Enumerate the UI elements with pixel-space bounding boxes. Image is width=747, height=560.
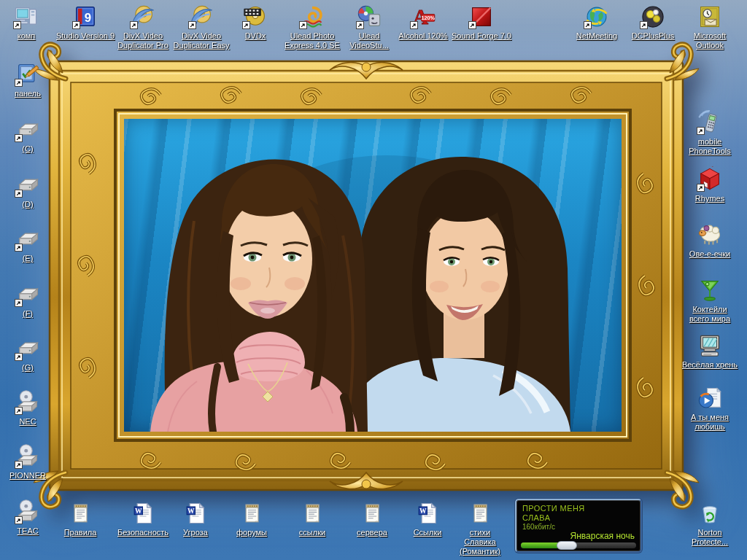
desktop-icon-microsoft-outlook[interactable]: Microsoft Outlook xyxy=(679,4,740,50)
shortcut-arrow-icon xyxy=(15,407,23,415)
player-doc-icon xyxy=(697,385,723,411)
desktop-icon-nec[interactable]: NEC xyxy=(2,389,53,427)
desktop-icon-rhymes[interactable]: Rhymes xyxy=(684,166,735,203)
shortcut-arrow-icon xyxy=(15,516,23,524)
recycle-bin-icon xyxy=(697,500,723,526)
desktop-icon-servera[interactable]: сервера xyxy=(344,500,400,537)
shortcut-arrow-icon xyxy=(697,127,705,135)
icon-label: mobile PhoneTools xyxy=(685,137,735,156)
sheep-icon xyxy=(697,222,723,248)
desktop: ПРОСТИ МЕНЯ СЛАВА 160кбит/с Январская но… xyxy=(0,0,747,560)
icon-label: Ссылки xyxy=(414,528,442,537)
shortcut-arrow-icon xyxy=(15,353,23,361)
desktop-icon-norton-protected[interactable]: Norton Protecte... xyxy=(684,500,736,547)
cd-drive-icon xyxy=(15,389,41,416)
ulead-video-icon xyxy=(356,4,382,30)
desktop-icon-divx-video-duplicator-pro[interactable]: DivX Video Duplicator Pro xyxy=(111,4,175,50)
desktop-icon-dvdx[interactable]: DVDx xyxy=(225,4,286,41)
word-doc-icon: W xyxy=(182,500,209,526)
desktop-icon-mobile-phonetools[interactable]: mobile PhoneTools xyxy=(685,109,735,156)
desktop-icon-pionner[interactable]: PIONNER xyxy=(0,443,55,481)
outlook-icon xyxy=(697,4,723,30)
desktop-icon-drive-g[interactable]: (G) xyxy=(2,335,53,373)
hard-drive-icon xyxy=(15,172,41,198)
desktop-icon-studio-version-9[interactable]: 9Studio Version 9 xyxy=(55,4,116,41)
desktop-icon-drive-d[interactable]: (D) xyxy=(2,172,53,209)
player-progress-slider[interactable] xyxy=(521,542,636,548)
svg-text:9: 9 xyxy=(85,11,91,25)
desktop-icon-sound-forge-7[interactable]: Sound Forge 7.0 xyxy=(449,4,514,41)
svg-text:W: W xyxy=(187,507,195,515)
icon-label: Безопасность xyxy=(117,528,169,537)
desktop-icon-do-you-love-me[interactable]: А ты меня любишь xyxy=(686,385,733,432)
hard-drive-icon xyxy=(15,335,41,362)
desktop-icon-fun-stuff[interactable]: Весёлая хрень xyxy=(677,332,743,370)
desktop-icon-sheep[interactable]: Ове-е-ечки xyxy=(680,222,740,259)
shortcut-arrow-icon xyxy=(15,190,23,198)
icon-label: (F) xyxy=(23,309,33,319)
shortcut-arrow-icon xyxy=(584,21,592,29)
icon-label: Правила xyxy=(64,528,97,537)
icon-label: Угроза xyxy=(183,528,208,537)
desktop-icon-cocktails[interactable]: Коктейли всего мира xyxy=(686,277,733,324)
red-cube-icon xyxy=(697,166,723,192)
icon-label: (D) xyxy=(22,200,33,209)
icon-label: DVDx xyxy=(245,31,266,41)
icon-label: Ulead Photo Express 4.0 SE xyxy=(278,31,347,50)
monitor-doodle-icon xyxy=(697,332,723,359)
wallpaper-photo-two-girls xyxy=(124,119,622,432)
soundforge-icon xyxy=(468,4,495,30)
icon-label: комп xyxy=(18,31,36,41)
desktop-icon-stihi-slavika[interactable]: стихи Славика (Романтик) xyxy=(457,500,503,556)
icon-label: Коктейли всего мира xyxy=(686,305,733,324)
cd-drive-icon xyxy=(15,499,41,525)
shortcut-arrow-icon xyxy=(299,21,307,29)
icon-label: (G) xyxy=(22,363,34,373)
notepad-icon xyxy=(467,500,493,526)
icon-label: Norton Protecte... xyxy=(684,528,736,547)
shortcut-arrow-icon xyxy=(15,461,23,469)
icon-label: PIONNER xyxy=(9,471,46,481)
desktop-icon-ssylki-1[interactable]: ссылки xyxy=(285,500,340,537)
icon-label: форумы xyxy=(236,528,267,537)
control-panel-icon xyxy=(15,61,41,88)
player-title-line2: СЛАВА xyxy=(522,513,635,523)
desktop-icon-ulead-photo-express[interactable]: Ulead Photo Express 4.0 SE xyxy=(278,4,347,50)
svg-text:120%: 120% xyxy=(421,15,435,21)
divx-disc-icon xyxy=(130,4,156,30)
two-girls-portrait xyxy=(124,119,622,432)
desktop-icon-panel[interactable]: панель xyxy=(2,61,53,98)
desktop-icon-bezopasnost[interactable]: WБезопасность xyxy=(112,500,174,537)
icon-label: NEC xyxy=(19,417,36,427)
icon-label: (E) xyxy=(23,254,34,263)
desktop-icon-ugroza[interactable]: WУгроза xyxy=(168,500,223,537)
desktop-icon-drive-f[interactable]: (F) xyxy=(2,281,53,319)
icon-label: стихи Славика (Романтик) xyxy=(457,528,503,556)
computer-icon xyxy=(13,4,39,30)
desktop-icon-netmeeting[interactable]: NetMeeting xyxy=(566,4,627,41)
desktop-icon-dcplusplus[interactable]: DCPlusPlus xyxy=(622,4,684,41)
player-progress-handle[interactable] xyxy=(557,541,577,550)
word-doc-icon: W xyxy=(414,500,441,526)
player-title-line1: ПРОСТИ МЕНЯ xyxy=(522,504,635,513)
desktop-icon-alcohol-120[interactable]: A120%Alcohol 120% xyxy=(391,4,455,41)
mini-player[interactable]: ПРОСТИ МЕНЯ СЛАВА 160кбит/с Январская но… xyxy=(515,499,642,553)
desktop-icon-komp[interactable]: комп xyxy=(0,4,58,41)
icon-label: Весёлая хрень xyxy=(682,360,738,370)
desktop-icon-pravila[interactable]: Правила xyxy=(53,500,108,537)
icon-label: Sound Forge 7.0 xyxy=(452,31,511,41)
shortcut-arrow-icon xyxy=(188,21,196,29)
desktop-icon-ssylki-2[interactable]: WСсылки xyxy=(400,500,455,537)
desktop-icon-teac[interactable]: TEAC xyxy=(2,499,53,536)
shortcut-arrow-icon xyxy=(242,21,250,29)
desktop-icon-forumy[interactable]: форумы xyxy=(224,500,279,537)
desktop-icon-drive-e[interactable]: (E) xyxy=(2,226,53,263)
shortcut-arrow-icon xyxy=(697,184,705,192)
player-track-name: Январская ночь xyxy=(522,532,635,541)
icon-label: (C) xyxy=(22,144,33,154)
divx-disc-icon xyxy=(188,4,214,30)
shortcut-arrow-icon xyxy=(13,21,21,29)
phone-icon xyxy=(697,109,723,136)
desktop-icon-drive-c[interactable]: (C) xyxy=(2,117,53,154)
icon-label: панель xyxy=(15,89,41,98)
